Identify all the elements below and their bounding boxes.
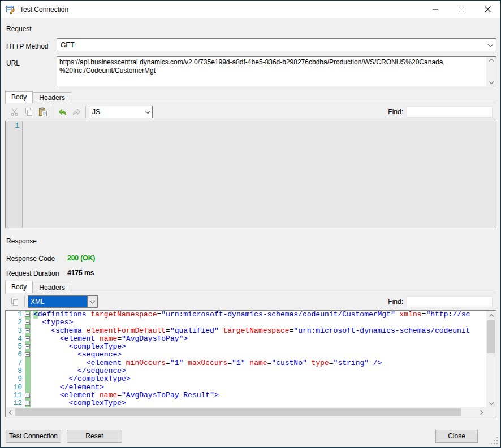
line-number: 2 xyxy=(6,319,24,327)
redo-button[interactable] xyxy=(70,106,83,118)
request-tabstrip: BodyHeaders xyxy=(5,91,496,103)
fold-collapse-icon[interactable] xyxy=(25,320,30,325)
vertical-scroll-thumb[interactable] xyxy=(487,320,495,353)
fold-collapse-icon[interactable] xyxy=(25,312,30,317)
response-body-viewer[interactable]: 1<definitions targetNamespace="urn:micro… xyxy=(5,310,496,417)
window-title: Test Connection xyxy=(20,6,68,14)
maximize-icon xyxy=(459,7,464,12)
cut-button[interactable] xyxy=(8,106,21,118)
code-line: 1<definitions targetNamespace="urn:micro… xyxy=(6,311,486,319)
test-connection-button[interactable]: Test Connection xyxy=(6,430,61,443)
fold-margin xyxy=(24,335,32,343)
url-input[interactable]: https://api.businesscentral.dynamics.com… xyxy=(57,56,496,86)
response-format-select[interactable]: XML xyxy=(28,295,98,308)
code-text: <complexType> xyxy=(32,399,486,407)
undo-button[interactable] xyxy=(56,106,68,118)
find-input[interactable] xyxy=(407,296,493,307)
combo-drop-button[interactable] xyxy=(87,296,97,307)
line-number: 4 xyxy=(6,335,24,343)
language-select[interactable]: JS xyxy=(89,106,153,118)
code-text: <element minOccurs="1" maxOccurs="1" nam… xyxy=(32,359,486,367)
response-format-value: XML xyxy=(28,296,87,307)
code-line: 8 </sequence> xyxy=(6,367,486,375)
code-text: <element name="AvgDaysToPay"> xyxy=(32,335,486,343)
scroll-down-icon[interactable] xyxy=(489,80,493,84)
fold-collapse-icon[interactable] xyxy=(25,352,30,357)
chevron-down-icon xyxy=(488,41,494,47)
scroll-right-icon xyxy=(478,410,483,414)
fold-collapse-icon[interactable] xyxy=(25,328,30,333)
find-label: Find: xyxy=(388,298,403,306)
code-text: <schema elementFormDefault="qualified" t… xyxy=(32,327,486,335)
fold-collapse-icon[interactable] xyxy=(25,393,30,398)
request-tab-body[interactable]: Body xyxy=(5,91,33,103)
fold-collapse-icon[interactable] xyxy=(25,401,30,406)
code-line: 11 <element name="AvgDaysToPay_Result"> xyxy=(6,392,486,399)
code-line: 7 <element minOccurs="1" maxOccurs="1" n… xyxy=(6,359,486,367)
copy-icon xyxy=(10,297,19,306)
paste-button[interactable] xyxy=(37,106,49,118)
line-number: 1 xyxy=(15,122,19,130)
request-toolbar: JS Find: xyxy=(5,104,496,120)
toolbar-separator xyxy=(24,296,25,307)
url-line: %20Inc./Codeunit/CustomerMgt xyxy=(59,67,485,75)
line-number: 5 xyxy=(6,343,24,351)
close-button[interactable] xyxy=(474,1,500,18)
line-number: 3 xyxy=(6,327,24,335)
fold-collapse-icon[interactable] xyxy=(25,336,30,341)
minimize-button[interactable] xyxy=(422,1,448,18)
fold-margin xyxy=(24,367,32,375)
close-dialog-button[interactable]: Close xyxy=(435,430,478,443)
horizontal-scrollbar[interactable] xyxy=(6,407,486,417)
scroll-down-icon xyxy=(489,401,493,405)
scroll-left-button[interactable] xyxy=(6,407,15,417)
fold-margin xyxy=(24,327,32,335)
fold-margin xyxy=(24,359,32,367)
request-duration-label: Request Duration xyxy=(6,269,59,277)
minimize-icon xyxy=(433,9,438,10)
line-number: 9 xyxy=(6,375,24,383)
copy-button[interactable] xyxy=(8,295,21,308)
response-tab-body[interactable]: Body xyxy=(5,281,33,293)
copy-button[interactable] xyxy=(23,106,35,118)
close-icon xyxy=(485,6,491,12)
scroll-up-icon[interactable] xyxy=(489,59,493,63)
undo-icon xyxy=(58,107,67,117)
url-line: https://api.businesscentral.dynamics.com… xyxy=(59,58,485,67)
code-text: <types> xyxy=(32,319,486,327)
scroll-left-icon xyxy=(9,410,14,414)
scroll-up-icon xyxy=(489,314,493,319)
line-number: 7 xyxy=(6,359,24,367)
code-text: <element name="AvgDaysToPay_Result"> xyxy=(32,392,486,399)
resize-grip[interactable] xyxy=(496,443,498,444)
fold-margin xyxy=(24,399,32,407)
maximize-button[interactable] xyxy=(448,1,474,18)
chevron-down-icon xyxy=(90,298,96,304)
url-label: URL xyxy=(6,59,20,67)
code-line: 3 <schema elementFormDefault="qualified"… xyxy=(6,327,486,335)
request-tab-headers[interactable]: Headers xyxy=(33,92,71,103)
fold-collapse-icon[interactable] xyxy=(25,344,30,349)
url-text: https://api.businesscentral.dynamics.com… xyxy=(59,58,485,85)
titlebar: Test Connection xyxy=(1,1,500,18)
code-text: <complexType> xyxy=(32,343,486,351)
table-edit-icon xyxy=(6,5,15,14)
find-label: Find: xyxy=(388,108,403,116)
request-section-label: Request xyxy=(6,25,32,33)
find-input[interactable] xyxy=(407,106,493,118)
scroll-right-button[interactable] xyxy=(477,407,486,417)
vertical-scrollbar[interactable] xyxy=(486,311,496,408)
reset-button[interactable]: Reset xyxy=(67,430,122,443)
line-number: 10 xyxy=(6,384,24,392)
http-method-label: HTTP Method xyxy=(6,42,48,50)
line-number: 11 xyxy=(6,392,24,399)
response-tab-headers[interactable]: Headers xyxy=(33,282,71,293)
scroll-up-button[interactable] xyxy=(486,311,496,320)
fold-margin xyxy=(24,319,32,327)
url-scrollbar[interactable] xyxy=(486,57,496,86)
http-method-select[interactable]: GET xyxy=(57,38,496,51)
request-body-editor[interactable]: 1 xyxy=(5,121,496,228)
horizontal-scroll-thumb[interactable] xyxy=(15,408,461,416)
request-duration-value: 4175 ms xyxy=(67,269,94,277)
test-connection-dialog: Test Connection Request HTTP Method GET … xyxy=(0,0,501,448)
